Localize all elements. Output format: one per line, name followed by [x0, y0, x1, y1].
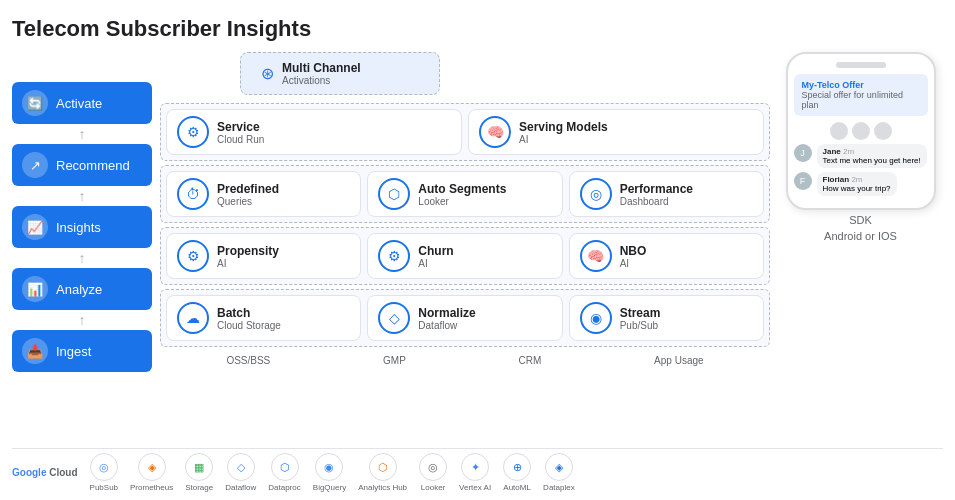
nbo-card[interactable]: 🧠 NBO AI — [569, 233, 764, 279]
automl-label: AutoML — [503, 483, 531, 492]
multichannel-text: Multi Channel Activations — [282, 61, 361, 86]
looker-label: Looker — [421, 483, 445, 492]
performance-card[interactable]: ◎ Performance Dashboard — [569, 171, 764, 217]
content-area: 🔄 Activate ↑ ↗ Recommend ↑ 📈 Insights ↑ … — [12, 52, 943, 442]
label-gmp: GMP — [383, 355, 406, 366]
serving-sub: AI — [519, 134, 608, 145]
storage-icon: ▦ — [185, 453, 213, 481]
ingest-label: Ingest — [56, 344, 91, 359]
auto-segments-icon: ⬡ — [378, 178, 410, 210]
service-text: Service Cloud Run — [217, 120, 264, 145]
normalize-icon: ◇ — [378, 302, 410, 334]
jane-time: 2m — [843, 147, 854, 156]
prometheus-label: Prometheus — [130, 483, 173, 492]
multichannel-card: ⊛ Multi Channel Activations — [240, 52, 440, 95]
nbo-title: NBO — [620, 244, 647, 258]
stream-icon: ◉ — [580, 302, 612, 334]
logo-pubsub: ◎ PubSub — [90, 453, 118, 492]
analytics-hub-label: Analytics Hub — [358, 483, 407, 492]
logo-dataproc: ⬡ Dataproc — [268, 453, 300, 492]
multichannel-subtitle: Activations — [282, 75, 361, 86]
logo-automl: ⊕ AutoML — [503, 453, 531, 492]
jane-msg: Text me when you get here! — [823, 156, 921, 165]
pubsub-icon: ◎ — [90, 453, 118, 481]
bottom-labels: OSS/BSS GMP CRM App Usage — [160, 351, 770, 368]
predefined-text: Predefined Queries — [217, 182, 279, 207]
sidebar-item-insights[interactable]: 📈 Insights — [12, 206, 152, 248]
nbo-icon: 🧠 — [580, 240, 612, 272]
storage-label: Storage — [185, 483, 213, 492]
sidebar-item-activate[interactable]: 🔄 Activate — [12, 82, 152, 124]
offer-card: My-Telco Offer Special offer for unlimit… — [794, 74, 928, 116]
propensity-card[interactable]: ⚙ Propensity AI — [166, 233, 361, 279]
sidebar-item-analyze[interactable]: 📊 Analyze — [12, 268, 152, 310]
row3-section: ⚙ Propensity AI ⚙ Churn AI — [160, 227, 770, 285]
propensity-title: Propensity — [217, 244, 279, 258]
serving-text: Serving Models AI — [519, 120, 608, 145]
dataplex-icon: ◈ — [545, 453, 573, 481]
stream-title: Stream — [620, 306, 661, 320]
serving-models-card[interactable]: 🧠 Serving Models AI — [468, 109, 764, 155]
msg-row-florian: F Florian 2m How was your trip? — [794, 172, 928, 196]
recommend-label: Recommend — [56, 158, 130, 173]
nbo-text: NBO AI — [620, 244, 647, 269]
jane-avatar: J — [794, 144, 812, 162]
florian-msg: How was your trip? — [823, 184, 891, 193]
florian-avatar: F — [794, 172, 812, 190]
page-title: Telecom Subscriber Insights — [12, 16, 943, 42]
auto-segments-card[interactable]: ⬡ Auto Segments Looker — [367, 171, 562, 217]
logo-prometheus: ◈ Prometheus — [130, 453, 173, 492]
phone-divider — [794, 122, 928, 140]
auto-segments-sub: Looker — [418, 196, 506, 207]
propensity-icon: ⚙ — [177, 240, 209, 272]
label-crm: CRM — [519, 355, 542, 366]
churn-card[interactable]: ⚙ Churn AI — [367, 233, 562, 279]
insights-icon: 📈 — [22, 214, 48, 240]
phone-notch — [836, 62, 886, 68]
prometheus-icon: ◈ — [138, 453, 166, 481]
bigquery-icon: ◉ — [315, 453, 343, 481]
row4-section: ☁ Batch Cloud Storage ◇ Normalize Datafl… — [160, 289, 770, 347]
propensity-sub: AI — [217, 258, 279, 269]
serving-title: Serving Models — [519, 120, 608, 134]
stream-card[interactable]: ◉ Stream Pub/Sub — [569, 295, 764, 341]
activate-label: Activate — [56, 96, 102, 111]
auto-segments-title: Auto Segments — [418, 182, 506, 196]
predefined-icon: ⏱ — [177, 178, 209, 210]
vertex-ai-icon: ✦ — [461, 453, 489, 481]
dataproc-label: Dataproc — [268, 483, 300, 492]
stream-sub: Pub/Sub — [620, 320, 661, 331]
performance-icon: ◎ — [580, 178, 612, 210]
pubsub-label: PubSub — [90, 483, 118, 492]
logo-vertex-ai: ✦ Vertex AI — [459, 453, 491, 492]
activate-icon: 🔄 — [22, 90, 48, 116]
florian-bubble: Florian 2m How was your trip? — [817, 172, 897, 196]
nbo-sub: AI — [620, 258, 647, 269]
service-icon: ⚙ — [177, 116, 209, 148]
main-container: Telecom Subscriber Insights 🔄 Activate ↑… — [0, 0, 955, 500]
performance-title: Performance — [620, 182, 693, 196]
predefined-card[interactable]: ⏱ Predefined Queries — [166, 171, 361, 217]
sidebar-item-ingest[interactable]: 📥 Ingest — [12, 330, 152, 372]
logo-analytics-hub: ⬡ Analytics Hub — [358, 453, 407, 492]
phone-area: My-Telco Offer Special offer for unlimit… — [778, 52, 943, 442]
google-cloud-logo: Google Cloud — [12, 467, 78, 478]
dot-2 — [852, 122, 870, 140]
service-title: Service — [217, 120, 264, 134]
normalize-card[interactable]: ◇ Normalize Dataflow — [367, 295, 562, 341]
arrow-4: ↑ — [12, 315, 152, 325]
stream-text: Stream Pub/Sub — [620, 306, 661, 331]
arrow-3: ↑ — [12, 253, 152, 263]
service-sub: Cloud Run — [217, 134, 264, 145]
batch-sub: Cloud Storage — [217, 320, 281, 331]
batch-text: Batch Cloud Storage — [217, 306, 281, 331]
florian-name: Florian — [823, 175, 850, 184]
dot-1 — [830, 122, 848, 140]
dot-3 — [874, 122, 892, 140]
sidebar-item-recommend[interactable]: ↗ Recommend — [12, 144, 152, 186]
service-cloud-run-card[interactable]: ⚙ Service Cloud Run — [166, 109, 462, 155]
batch-card[interactable]: ☁ Batch Cloud Storage — [166, 295, 361, 341]
sdk-label: SDK — [849, 214, 872, 226]
predefined-sub: Queries — [217, 196, 279, 207]
offer-sub: Special offer for unlimited plan — [802, 90, 920, 110]
